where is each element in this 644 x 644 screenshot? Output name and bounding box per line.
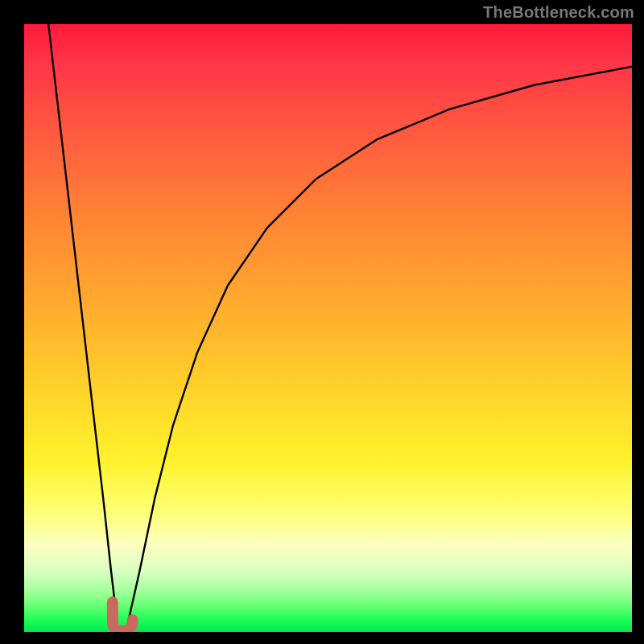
- curve-left-branch: [48, 24, 117, 617]
- curve-right-branch: [130, 67, 632, 617]
- plot-area: [24, 24, 632, 632]
- minimum-marker: [113, 602, 133, 631]
- watermark-text: TheBottleneck.com: [483, 3, 634, 22]
- chart-frame: TheBottleneck.com: [0, 0, 644, 644]
- curve-layer: [24, 24, 632, 632]
